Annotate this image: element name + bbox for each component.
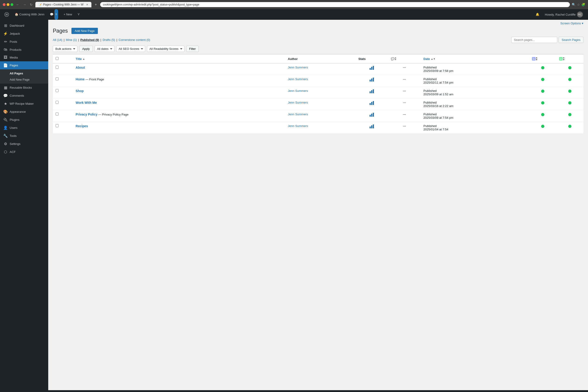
row-checkbox[interactable] <box>56 124 58 127</box>
admin-bar-yoast[interactable]: Y <box>75 9 82 20</box>
table-row: Privacy Policy — Privacy Policy Page Jen… <box>53 110 584 122</box>
filter-drafts[interactable]: Drafts (5) <box>103 38 115 42</box>
title-sort-link[interactable]: Title ▲ <box>76 57 282 61</box>
select-all-checkbox[interactable] <box>56 57 58 60</box>
bulk-actions-select[interactable]: Bulk actions <box>53 46 78 52</box>
page-title-link[interactable]: Work With Me <box>76 101 97 104</box>
filter-mine[interactable]: Mine (1) <box>66 38 77 42</box>
forward-btn[interactable]: → <box>22 2 27 7</box>
sidebar-subitem-all-pages[interactable]: All Pages <box>0 70 48 76</box>
sidebar-item-appearance[interactable]: 🎨 Appearance <box>0 108 48 116</box>
sidebar-item-users[interactable]: 👤 Users <box>0 124 48 132</box>
zoom-btn[interactable]: 🔍 <box>572 3 576 6</box>
avatar: RC <box>577 12 583 18</box>
date-sort-link[interactable]: Date ▲▼ <box>424 57 526 61</box>
admin-bar-notifications[interactable]: 🔔 <box>533 9 542 20</box>
sidebar-item-comments[interactable]: 💬 Comments <box>0 92 48 100</box>
minimize-window-btn[interactable] <box>7 3 10 6</box>
admin-bar-site[interactable]: 🏠 Cooking With Jenn <box>12 9 47 20</box>
filter-cornerstone[interactable]: Cornerstone content (0) <box>118 38 150 42</box>
page-title-link[interactable]: Home <box>76 78 84 81</box>
sidebar-item-dashboard[interactable]: ⊞ Dashboard <box>0 22 48 30</box>
back-btn[interactable]: ← <box>15 2 20 7</box>
table-controls: Bulk actions Apply All dates All SEO Sco… <box>48 46 588 54</box>
row-checkbox[interactable] <box>56 66 58 69</box>
sidebar-item-pages[interactable]: 📄 Pages <box>0 61 48 69</box>
close-window-btn[interactable] <box>3 3 6 6</box>
readability-score-dot <box>568 125 572 128</box>
filter-published[interactable]: Published (9) <box>80 38 99 42</box>
browser-tab[interactable]: 📝 Pages ‹ Cooking With Jenn — W ✕ <box>35 2 92 7</box>
author-link[interactable]: Jenn Summers <box>288 124 308 128</box>
row-checkbox[interactable] <box>56 112 58 116</box>
wp-logo-icon[interactable]: W <box>3 10 10 18</box>
bar-chart-icon <box>369 66 374 70</box>
sidebar-item-acf[interactable]: ⬡ ACF <box>0 148 48 156</box>
author-link[interactable]: Jenn Summers <box>288 66 308 69</box>
svg-rect-20 <box>373 113 374 117</box>
col-header-title[interactable]: Title ▲ <box>73 54 285 64</box>
sidebar-item-wp-recipe-maker[interactable]: ★ WP Recipe Maker <box>0 100 48 108</box>
all-dates-select[interactable]: All dates <box>95 46 114 52</box>
page-title-link[interactable]: About <box>76 66 85 69</box>
row-checkbox[interactable] <box>56 101 58 104</box>
col-header-seo[interactable]: S ▴▾ <box>529 54 556 64</box>
sidebar-item-posts[interactable]: ✏ Posts <box>0 38 48 46</box>
browser-window-controls <box>3 3 13 6</box>
posts-icon: ✏ <box>3 40 8 44</box>
dashboard-icon: ⊞ <box>3 24 8 28</box>
search-btn[interactable]: Search Pages <box>558 37 584 43</box>
sidebar-item-jetpack[interactable]: ⚡ Jetpack <box>0 30 48 38</box>
col-header-comments[interactable]: 💬 ▴ ▾ <box>388 54 421 64</box>
sidebar-item-products[interactable]: 🛍 Products <box>0 46 48 54</box>
sidebar-item-media[interactable]: 🖼 Media <box>0 54 48 61</box>
sidebar-item-settings[interactable]: ⚙ Settings <box>0 140 48 148</box>
row-checkbox[interactable] <box>56 89 58 92</box>
date-value: 2025/03/09 at 1:52 am <box>424 92 454 96</box>
sidebar-subitem-add-new-page[interactable]: Add New Page <box>0 76 48 83</box>
all-readability-select[interactable]: All Readability Scores <box>147 46 184 52</box>
row-comments-cell: — <box>388 122 421 134</box>
add-new-page-btn[interactable]: Add New Page <box>72 28 98 34</box>
col-header-date[interactable]: Date ▲▼ <box>421 54 529 64</box>
address-bar[interactable]: cookingwithjenn.com/wp-admin/edit.php?po… <box>100 2 570 7</box>
row-date-cell: Published 2025/03/09 at 7:54 pm <box>421 110 529 122</box>
seo-score-dot <box>541 101 544 104</box>
sidebar-item-tools[interactable]: 🔧 Tools <box>0 132 48 140</box>
col-header-readability[interactable]: ✏ ▴▾ <box>556 54 584 64</box>
search-input[interactable] <box>511 37 557 43</box>
author-link[interactable]: Jenn Summers <box>288 78 308 81</box>
filter-btn[interactable]: Filter <box>186 46 199 52</box>
all-seo-select[interactable]: All SEO Scores <box>116 46 145 52</box>
page-title-link[interactable]: Shop <box>76 89 84 93</box>
row-readability-cell <box>556 110 584 122</box>
row-date-cell: Published 2025/03/16 at 2:22 am <box>421 98 529 110</box>
extensions-btn[interactable]: 🧩 <box>581 3 585 6</box>
new-tab-btn[interactable]: + <box>93 2 98 7</box>
maximize-window-btn[interactable] <box>10 3 13 6</box>
readability-score-dot <box>568 78 572 81</box>
date-status: Published <box>424 112 437 116</box>
sidebar-item-reusable-blocks[interactable]: ▦ Reusable Blocks <box>0 84 48 92</box>
page-title-link[interactable]: Recipes <box>76 124 88 128</box>
tab-close-btn[interactable]: ✕ <box>86 3 88 6</box>
comment-bubble-icon: 💬 <box>391 57 394 61</box>
page-title-link[interactable]: Privacy Policy <box>76 112 98 116</box>
admin-bar-new[interactable]: + New <box>61 9 74 20</box>
bookmark-btn[interactable]: ☆ <box>577 3 580 6</box>
sidebar: ⊞ Dashboard ⚡ Jetpack ✏ Posts 🛍 Products… <box>0 20 48 390</box>
apply-btn[interactable]: Apply <box>79 46 93 52</box>
author-link[interactable]: Jenn Summers <box>288 101 308 104</box>
seo-col-header: S ▴▾ <box>532 57 554 61</box>
sidebar-item-plugins[interactable]: 🔌 Plugins <box>0 116 48 124</box>
admin-bar-user[interactable]: Howdy, Rachel Cunliffe RC <box>542 12 585 18</box>
filter-all[interactable]: All (14) <box>53 38 62 42</box>
author-link[interactable]: Jenn Summers <box>288 89 308 92</box>
row-checkbox[interactable] <box>56 78 58 80</box>
date-value: 2025/02/11 at 7:54 pm <box>424 81 454 84</box>
row-title-cell: Home — Front Page <box>73 75 285 87</box>
admin-bar-comments[interactable]: 💬 0 <box>48 9 60 20</box>
screen-options-btn[interactable]: Screen Options ▾ <box>560 22 584 25</box>
reload-btn[interactable]: ↻ <box>29 2 34 7</box>
author-link[interactable]: Jenn Summers <box>288 112 308 116</box>
